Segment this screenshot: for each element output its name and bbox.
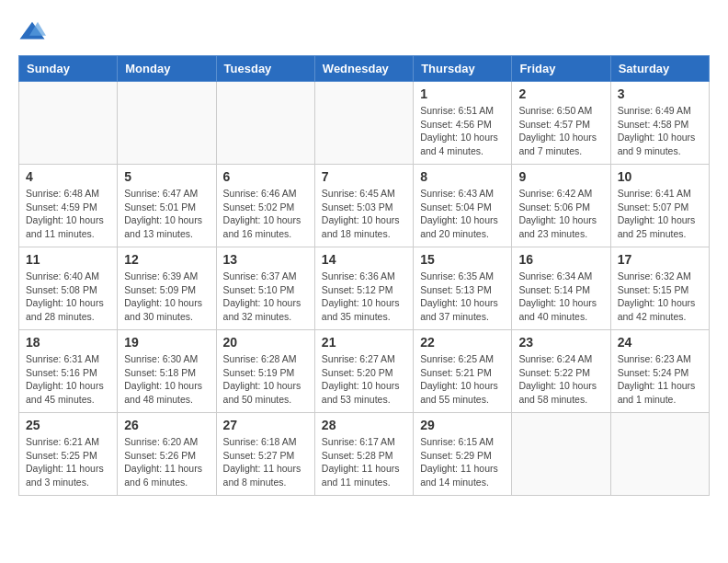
day-info: Sunrise: 6:48 AM Sunset: 4:59 PM Dayligh… [26, 187, 110, 241]
calendar-cell: 10Sunrise: 6:41 AM Sunset: 5:07 PM Dayli… [610, 165, 709, 247]
day-number: 16 [518, 252, 603, 267]
day-number: 21 [322, 335, 406, 350]
weekday-header-tuesday: Tuesday [216, 56, 314, 82]
day-number: 9 [518, 169, 603, 184]
calendar-cell: 6Sunrise: 6:46 AM Sunset: 5:02 PM Daylig… [216, 165, 314, 247]
day-info: Sunrise: 6:28 AM Sunset: 5:19 PM Dayligh… [223, 352, 308, 407]
logo [18, 18, 50, 46]
calendar-cell: 27Sunrise: 6:18 AM Sunset: 5:27 PM Dayli… [216, 413, 314, 496]
day-number: 13 [223, 252, 308, 267]
header [18, 18, 710, 46]
day-number: 20 [223, 335, 308, 350]
weekday-header-saturday: Saturday [610, 56, 709, 82]
day-info: Sunrise: 6:34 AM Sunset: 5:14 PM Dayligh… [518, 270, 603, 324]
day-number: 8 [420, 169, 505, 184]
calendar-cell: 14Sunrise: 6:36 AM Sunset: 5:12 PM Dayli… [314, 247, 413, 330]
calendar-cell: 12Sunrise: 6:39 AM Sunset: 5:09 PM Dayli… [118, 247, 216, 330]
weekday-header-wednesday: Wednesday [314, 56, 413, 82]
calendar-cell [512, 413, 610, 496]
day-info: Sunrise: 6:37 AM Sunset: 5:10 PM Dayligh… [223, 270, 308, 324]
day-info: Sunrise: 6:35 AM Sunset: 5:13 PM Dayligh… [420, 270, 505, 324]
day-number: 22 [420, 335, 505, 350]
day-number: 1 [420, 86, 505, 101]
day-info: Sunrise: 6:45 AM Sunset: 5:03 PM Dayligh… [322, 187, 406, 241]
day-number: 25 [26, 418, 110, 432]
day-info: Sunrise: 6:47 AM Sunset: 5:01 PM Dayligh… [124, 187, 209, 241]
calendar-cell: 7Sunrise: 6:45 AM Sunset: 5:03 PM Daylig… [314, 165, 413, 247]
calendar-cell: 16Sunrise: 6:34 AM Sunset: 5:14 PM Dayli… [512, 247, 610, 330]
calendar-cell [118, 82, 216, 165]
day-number: 17 [618, 252, 702, 267]
day-number: 4 [26, 169, 110, 184]
calendar-cell: 25Sunrise: 6:21 AM Sunset: 5:25 PM Dayli… [19, 413, 118, 496]
weekday-header-monday: Monday [118, 56, 216, 82]
weekday-header-thursday: Thursday [414, 56, 512, 82]
day-info: Sunrise: 6:51 AM Sunset: 4:56 PM Dayligh… [420, 104, 505, 158]
calendar-cell: 24Sunrise: 6:23 AM Sunset: 5:24 PM Dayli… [610, 330, 709, 413]
calendar-cell: 3Sunrise: 6:49 AM Sunset: 4:58 PM Daylig… [610, 82, 709, 165]
calendar-cell: 21Sunrise: 6:27 AM Sunset: 5:20 PM Dayli… [314, 330, 413, 413]
day-info: Sunrise: 6:27 AM Sunset: 5:20 PM Dayligh… [322, 352, 406, 407]
day-number: 3 [618, 86, 702, 101]
day-number: 14 [322, 252, 406, 267]
day-info: Sunrise: 6:49 AM Sunset: 4:58 PM Dayligh… [618, 104, 702, 158]
calendar-cell [314, 82, 413, 165]
calendar-cell: 18Sunrise: 6:31 AM Sunset: 5:16 PM Dayli… [19, 330, 118, 413]
day-info: Sunrise: 6:17 AM Sunset: 5:28 PM Dayligh… [322, 435, 406, 489]
calendar-cell: 1Sunrise: 6:51 AM Sunset: 4:56 PM Daylig… [414, 82, 512, 165]
calendar-cell [216, 82, 314, 165]
calendar-cell: 11Sunrise: 6:40 AM Sunset: 5:08 PM Dayli… [19, 247, 118, 330]
calendar-table: SundayMondayTuesdayWednesdayThursdayFrid… [18, 55, 710, 496]
day-info: Sunrise: 6:21 AM Sunset: 5:25 PM Dayligh… [26, 435, 110, 489]
weekday-header-row: SundayMondayTuesdayWednesdayThursdayFrid… [19, 56, 710, 82]
day-info: Sunrise: 6:39 AM Sunset: 5:09 PM Dayligh… [124, 270, 209, 324]
day-info: Sunrise: 6:42 AM Sunset: 5:06 PM Dayligh… [518, 187, 603, 241]
day-info: Sunrise: 6:24 AM Sunset: 5:22 PM Dayligh… [518, 352, 603, 407]
day-number: 19 [124, 335, 209, 350]
day-info: Sunrise: 6:30 AM Sunset: 5:18 PM Dayligh… [124, 352, 209, 407]
day-number: 10 [618, 169, 702, 184]
calendar-cell: 2Sunrise: 6:50 AM Sunset: 4:57 PM Daylig… [512, 82, 610, 165]
calendar-cell: 13Sunrise: 6:37 AM Sunset: 5:10 PM Dayli… [216, 247, 314, 330]
logo-icon [18, 18, 46, 46]
day-number: 27 [223, 418, 308, 432]
calendar-cell: 23Sunrise: 6:24 AM Sunset: 5:22 PM Dayli… [512, 330, 610, 413]
day-number: 29 [420, 418, 505, 432]
day-number: 24 [618, 335, 702, 350]
weekday-header-friday: Friday [512, 56, 610, 82]
day-info: Sunrise: 6:20 AM Sunset: 5:26 PM Dayligh… [124, 435, 209, 489]
day-info: Sunrise: 6:15 AM Sunset: 5:29 PM Dayligh… [420, 435, 505, 489]
calendar-cell: 15Sunrise: 6:35 AM Sunset: 5:13 PM Dayli… [414, 247, 512, 330]
day-info: Sunrise: 6:25 AM Sunset: 5:21 PM Dayligh… [420, 352, 505, 407]
day-number: 23 [518, 335, 603, 350]
day-info: Sunrise: 6:23 AM Sunset: 5:24 PM Dayligh… [618, 352, 702, 407]
calendar-cell: 19Sunrise: 6:30 AM Sunset: 5:18 PM Dayli… [118, 330, 216, 413]
day-number: 15 [420, 252, 505, 267]
week-row-4: 18Sunrise: 6:31 AM Sunset: 5:16 PM Dayli… [19, 330, 710, 413]
calendar-cell [610, 413, 709, 496]
day-info: Sunrise: 6:46 AM Sunset: 5:02 PM Dayligh… [223, 187, 308, 241]
day-number: 26 [124, 418, 209, 432]
calendar-cell: 9Sunrise: 6:42 AM Sunset: 5:06 PM Daylig… [512, 165, 610, 247]
day-info: Sunrise: 6:50 AM Sunset: 4:57 PM Dayligh… [518, 104, 603, 158]
day-number: 2 [518, 86, 603, 101]
day-number: 28 [322, 418, 406, 432]
day-number: 11 [26, 252, 110, 267]
calendar-cell [19, 82, 118, 165]
week-row-1: 1Sunrise: 6:51 AM Sunset: 4:56 PM Daylig… [19, 82, 710, 165]
day-info: Sunrise: 6:43 AM Sunset: 5:04 PM Dayligh… [420, 187, 505, 241]
day-number: 7 [322, 169, 406, 184]
day-number: 18 [26, 335, 110, 350]
day-number: 5 [124, 169, 209, 184]
calendar-cell: 8Sunrise: 6:43 AM Sunset: 5:04 PM Daylig… [414, 165, 512, 247]
day-info: Sunrise: 6:41 AM Sunset: 5:07 PM Dayligh… [618, 187, 702, 241]
day-info: Sunrise: 6:36 AM Sunset: 5:12 PM Dayligh… [322, 270, 406, 324]
calendar-cell: 17Sunrise: 6:32 AM Sunset: 5:15 PM Dayli… [610, 247, 709, 330]
weekday-header-sunday: Sunday [19, 56, 118, 82]
day-number: 12 [124, 252, 209, 267]
calendar-cell: 20Sunrise: 6:28 AM Sunset: 5:19 PM Dayli… [216, 330, 314, 413]
week-row-5: 25Sunrise: 6:21 AM Sunset: 5:25 PM Dayli… [19, 413, 710, 496]
calendar-cell: 22Sunrise: 6:25 AM Sunset: 5:21 PM Dayli… [414, 330, 512, 413]
calendar-cell: 29Sunrise: 6:15 AM Sunset: 5:29 PM Dayli… [414, 413, 512, 496]
day-info: Sunrise: 6:31 AM Sunset: 5:16 PM Dayligh… [26, 352, 110, 407]
